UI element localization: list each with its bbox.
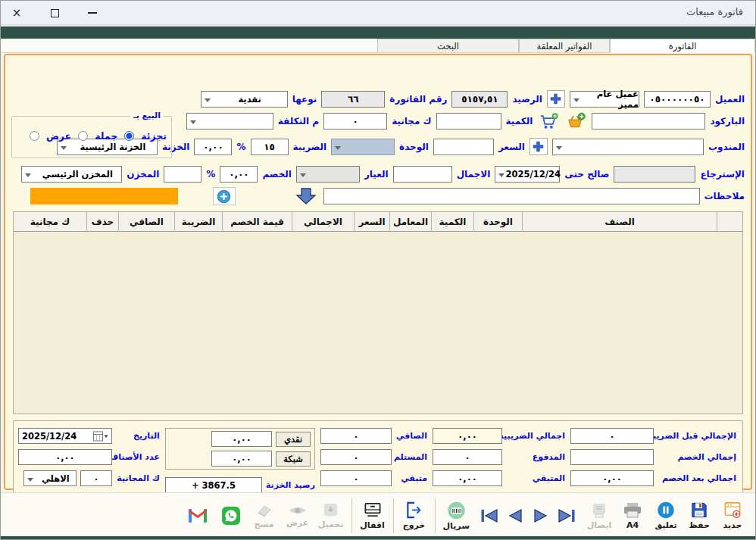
total-after-discount-field: ٠,٠٠ (570, 470, 654, 486)
window-title: فاتورة مبيعات (686, 6, 743, 17)
clear-button[interactable]: مسح (251, 502, 277, 529)
form-row-1: العميل ٠٥٠٠٠٠٠٠٥٠ عميل عام مميز الرصيد ٥… (11, 90, 745, 108)
save-button[interactable]: حفظ (686, 501, 712, 530)
col-free-qty[interactable]: ك مجانية (14, 212, 86, 231)
network-button[interactable]: شبكة (276, 451, 311, 467)
discount-label: الخصم (262, 169, 292, 179)
network-amount-field[interactable]: ٠,٠٠ (211, 451, 272, 467)
total-discount-field (570, 449, 654, 465)
nav-last-button[interactable] (555, 505, 579, 526)
price-input[interactable] (433, 139, 494, 155)
minimize-button[interactable] (83, 5, 102, 21)
cash-amount-field[interactable]: ٠,٠٠ (211, 431, 272, 447)
col-quantity[interactable]: الكمية (431, 212, 473, 231)
balance-label: الرصيد (512, 94, 542, 105)
store-label: المخزن (127, 169, 159, 179)
print-a4-button[interactable]: A4 (620, 501, 645, 530)
valid-until-select[interactable]: 2025/12/24 (495, 166, 560, 183)
barcode-input[interactable] (592, 113, 705, 130)
date-label: التاريخ (116, 431, 160, 441)
bottom-toolbar: جديد حفظ تعليق A4 (1, 492, 755, 538)
discount-percent-input[interactable]: ٠,٠٠ (220, 166, 258, 183)
col-delete[interactable]: حذف (86, 212, 118, 231)
view-button[interactable]: عرض (285, 504, 311, 528)
add-to-cart-button[interactable] (537, 112, 560, 130)
cost-label: م التكلفة (278, 116, 319, 126)
toolbar-separator (393, 498, 394, 533)
load-button[interactable]: تحميل (318, 501, 344, 529)
receipt-button[interactable]: ايصال (586, 501, 612, 530)
store-select[interactable]: المخزن الرئيسي (21, 166, 122, 183)
bank-select[interactable]: الاهلي (23, 470, 77, 486)
new-button[interactable]: جديد (720, 501, 745, 530)
nav-next-icon (530, 507, 551, 525)
hold-button[interactable]: تعليق (653, 501, 679, 530)
tax-percent-input[interactable]: ١٥ (251, 139, 289, 155)
items-table-body[interactable] (14, 232, 742, 414)
rep-select[interactable] (552, 139, 704, 155)
nav-first-button[interactable] (477, 505, 501, 526)
col-item[interactable]: الصنف (522, 212, 717, 231)
total-input[interactable] (393, 166, 452, 183)
customer-label: العميل (715, 94, 745, 105)
tab-pending-invoices[interactable]: الفواتير المعلقة (519, 39, 610, 52)
tab-invoice[interactable]: الفاتورة (610, 39, 755, 53)
gmail-button[interactable] (185, 507, 211, 524)
chevron-down-icon (300, 173, 306, 177)
nav-next-button[interactable] (529, 505, 553, 526)
maximize-button[interactable] (45, 5, 64, 21)
invoice-type-label: نوعها (292, 94, 317, 105)
invoice-type-select[interactable]: نقدية (201, 91, 288, 108)
radio-retail-label: تجزئة (141, 130, 167, 142)
quantity-input[interactable] (436, 113, 501, 130)
remaining-label: متبقي (395, 473, 427, 483)
load-icon (321, 501, 340, 519)
close-button[interactable]: × (7, 5, 27, 21)
return-label: الإسترجاع (700, 169, 745, 179)
cash-button[interactable]: نقدي (276, 432, 311, 447)
close-drawer-button[interactable]: اقفال (360, 501, 386, 530)
col-net[interactable]: الصافي (118, 212, 174, 231)
circle-plus-icon (216, 189, 232, 204)
add-customer-button[interactable] (547, 90, 565, 108)
nav-prev-button[interactable] (503, 505, 527, 526)
insert-row-button[interactable] (293, 187, 319, 205)
save-floppy-icon (689, 501, 709, 520)
col-discount-value[interactable]: قيمة الخصم (222, 212, 292, 231)
eraser-icon (255, 502, 274, 519)
whatsapp-button[interactable] (218, 506, 244, 526)
radio-offer[interactable] (30, 131, 39, 141)
tax-type-select[interactable] (331, 139, 395, 155)
serial-button[interactable]: سريال (443, 501, 470, 531)
col-total[interactable]: الاجمالي (292, 212, 354, 231)
radio-retail[interactable] (124, 131, 134, 141)
exit-button[interactable]: خروج (401, 501, 427, 530)
add-to-basket-button[interactable] (564, 112, 587, 130)
total-tax-label: اجمالي الضريبية (506, 431, 565, 441)
col-price[interactable]: السعر (354, 212, 389, 231)
col-tax[interactable]: الضريبة (174, 212, 222, 231)
col-factor[interactable]: المعامل (389, 212, 431, 231)
col-row-selector[interactable] (717, 212, 742, 231)
radio-wholesale[interactable] (78, 131, 88, 141)
minimize-icon (88, 12, 97, 14)
total-after-discount-label: اجمالي بعد الخصم (658, 473, 736, 483)
eye-icon (288, 504, 308, 517)
invoice-number-label: رقم الفاتورة (389, 94, 447, 105)
tab-search[interactable]: البحث (377, 39, 519, 52)
date-picker[interactable]: 2025/12/24 (18, 428, 112, 444)
add-rep-button[interactable] (530, 138, 548, 155)
balance-field: ٥١٥٧,٥١ (451, 91, 508, 108)
free-qty-input[interactable]: ٠ (323, 113, 387, 130)
add-line-button[interactable] (213, 187, 236, 205)
cost-select[interactable] (186, 113, 273, 130)
customer-select[interactable]: عميل عام مميز (570, 91, 639, 108)
discount-value-input[interactable] (164, 166, 201, 183)
tax-value-input[interactable]: ٠,٠٠ (194, 139, 232, 155)
notes-input[interactable] (323, 188, 700, 204)
return-field (614, 166, 695, 183)
col-unit[interactable]: الوحدة (473, 212, 522, 231)
percent-sign: % (206, 169, 215, 179)
customer-number-field[interactable]: ٠٥٠٠٠٠٠٠٥٠ (644, 91, 711, 108)
received-field[interactable]: ٠ (320, 449, 392, 465)
